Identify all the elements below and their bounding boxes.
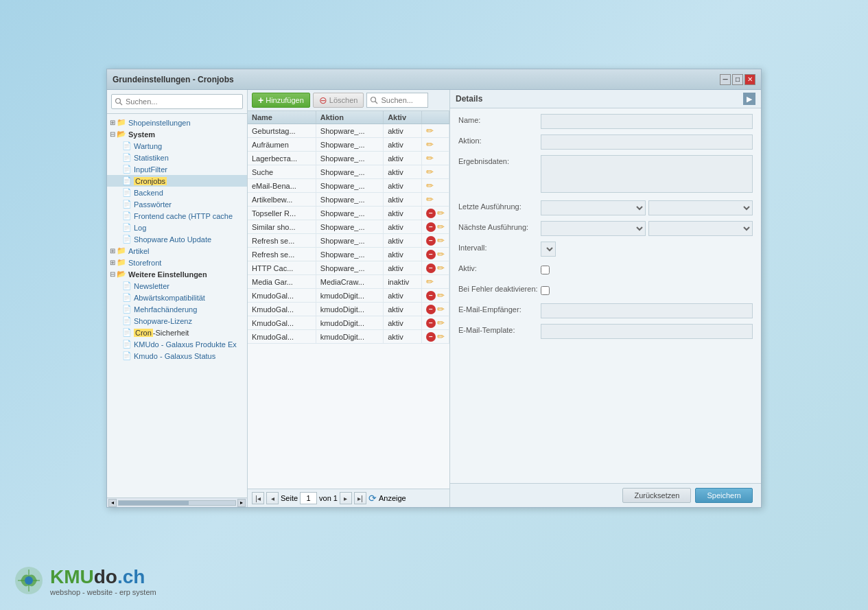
table-row[interactable]: Topseller R...Shopware_...aktiv−✏ (248, 207, 449, 220)
table-row[interactable]: KmudoGal...kmudoDigit...aktiv−✏ (248, 289, 449, 303)
close-button[interactable]: ✕ (744, 74, 755, 85)
name-input[interactable] (541, 114, 753, 129)
sidebar-item-shopeinstellungen[interactable]: ⊞ 📁 Shopeinstellungen (107, 117, 247, 128)
email-empfaenger-input[interactable] (541, 303, 753, 318)
sidebar-item-frontend-cache[interactable]: 📄 Frontend cache (HTTP cache (107, 210, 247, 222)
center-search-input[interactable] (366, 93, 428, 108)
horizontal-scrollbar[interactable]: ◂ ▸ (107, 497, 247, 507)
sidebar-item-system[interactable]: ⊟ 📂 System (107, 128, 247, 140)
delete-row-icon[interactable]: − (426, 291, 436, 301)
delete-row-icon[interactable]: − (426, 332, 436, 342)
delete-row-icon[interactable]: − (426, 263, 436, 273)
delete-button[interactable]: ⊖ Löschen (313, 93, 364, 108)
letzte-ausfuehrung-select2[interactable] (648, 200, 753, 215)
table-row[interactable]: Lagerbeста...Shopware_...aktiv✏ (248, 152, 449, 165)
email-template-input[interactable] (541, 324, 753, 339)
edit-row-icon[interactable]: ✏ (437, 222, 445, 232)
sidebar-item-cron-sicherheit[interactable]: 📄 Cron-Sicherheit (107, 327, 247, 338)
table-row[interactable]: Similar sho...Shopware_...aktiv−✏ (248, 220, 449, 234)
delete-row-icon[interactable]: − (426, 209, 436, 218)
sidebar-search-input[interactable] (111, 94, 243, 109)
sidebar-item-shopware-auto-update[interactable]: 📄 Shopware Auto Update (107, 233, 247, 245)
table-row[interactable]: Refresh se...Shopware_...aktiv−✏ (248, 248, 449, 261)
sidebar-item-passwoerter[interactable]: 📄 Passwörter (107, 198, 247, 210)
page-first-button[interactable]: |◂ (252, 492, 264, 504)
edit-row-icon[interactable]: ✏ (437, 208, 445, 218)
scroll-track[interactable] (118, 500, 236, 506)
col-name[interactable]: Name (248, 111, 316, 124)
sidebar-item-weitere-einstellungen[interactable]: ⊟ 📂 Weitere Einstellungen (107, 268, 247, 280)
cell-aktiv: aktiv (384, 220, 422, 234)
reset-button[interactable]: Zurücksetzen (622, 488, 691, 503)
delete-row-icon[interactable]: − (426, 222, 436, 232)
sidebar-item-statistiken[interactable]: 📄 Statistiken (107, 152, 247, 163)
table-row[interactable]: AufräumenShopware_...aktiv✏ (248, 138, 449, 152)
edit-row-icon[interactable]: ✏ (437, 290, 445, 301)
edit-row-icon[interactable]: ✏ (426, 126, 434, 136)
pagination: |◂ ◂ Seite von 1 ▸ ▸| ⟳ Anzeige (248, 489, 449, 507)
naechste-ausfuehrung-select2[interactable] (648, 221, 753, 236)
edit-row-icon[interactable]: ✏ (426, 180, 434, 191)
edit-row-icon[interactable]: ✏ (426, 139, 434, 150)
col-aktiv[interactable]: Aktiv (384, 111, 422, 124)
scroll-right-arrow[interactable]: ▸ (237, 499, 246, 507)
table-row[interactable]: KmudoGal...kmudoDigit...aktiv−✏ (248, 316, 449, 330)
edit-row-icon[interactable]: ✏ (426, 153, 434, 163)
table-row[interactable]: Geburtstag...Shopware_...aktiv✏ (248, 124, 449, 138)
edit-row-icon[interactable]: ✏ (437, 263, 445, 273)
table-row[interactable]: KmudoGal...kmudoDigit...aktiv−✏ (248, 330, 449, 344)
aktion-input[interactable] (541, 134, 753, 150)
naechste-ausfuehrung-select1[interactable] (541, 221, 646, 236)
sidebar-item-shopware-lizenz[interactable]: 📄 Shopware-Lizenz (107, 315, 247, 327)
delete-row-icon[interactable]: − (426, 318, 436, 328)
sidebar-item-backend[interactable]: 📄 Backend (107, 187, 247, 198)
edit-row-icon[interactable]: ✏ (437, 249, 445, 259)
table-row[interactable]: eMail-Bena...Shopware_...aktiv✏ (248, 179, 449, 193)
ergebnisdaten-textarea[interactable] (541, 155, 753, 193)
edit-row-icon[interactable]: ✏ (426, 277, 434, 287)
edit-row-icon[interactable]: ✏ (437, 318, 445, 328)
table-row[interactable]: HTTP Cac...Shopware_...aktiv−✏ (248, 261, 449, 275)
sidebar-item-log[interactable]: 📄 Log (107, 222, 247, 233)
sidebar-item-kmudo-galaxus-status[interactable]: 📄 Kmudo - Galaxus Status (107, 350, 247, 362)
delete-row-icon[interactable]: − (426, 236, 436, 246)
table-row[interactable]: Artikelbew...Shopware_...aktiv✏ (248, 193, 449, 207)
sidebar-item-wartung[interactable]: 📄 Wartung (107, 140, 247, 152)
page-last-button[interactable]: ▸| (354, 492, 366, 504)
maximize-button[interactable]: □ (732, 74, 743, 85)
sidebar-item-newsletter[interactable]: 📄 Newsletter (107, 280, 247, 292)
col-aktion[interactable]: Aktion (316, 111, 383, 124)
sidebar-item-mehrfachaenderung[interactable]: 📄 Mehrfachänderung (107, 303, 247, 315)
add-button[interactable]: + Hinzufügen (252, 93, 310, 108)
page-next-button[interactable]: ▸ (340, 492, 352, 504)
cell-aktiv: aktiv (384, 179, 422, 193)
edit-row-icon[interactable]: ✏ (437, 235, 445, 246)
letzte-ausfuehrung-select1[interactable] (541, 200, 646, 215)
edit-row-icon[interactable]: ✏ (437, 331, 445, 342)
sidebar-item-cronjobs[interactable]: 📄 Cronjobs (107, 175, 247, 187)
details-expand-button[interactable]: ▶ (743, 93, 755, 105)
sidebar-item-storefront[interactable]: ⊞ 📁 Storefront (107, 257, 247, 268)
sidebar-item-kmudo-galaxus-produkte[interactable]: 📄 KMUdo - Galaxus Produkte Ex (107, 338, 247, 350)
sidebar-item-inputfilter[interactable]: 📄 InputFilter (107, 163, 247, 175)
save-button[interactable]: Speichern (695, 488, 753, 503)
table-row[interactable]: SucheShopware_...aktiv✏ (248, 165, 449, 179)
table-row[interactable]: Media Gar...MediaCraw...inaktiv✏ (248, 275, 449, 289)
minimize-button[interactable]: ─ (720, 74, 731, 85)
scroll-left-arrow[interactable]: ◂ (108, 499, 117, 507)
delete-row-icon[interactable]: − (426, 305, 436, 314)
page-prev-button[interactable]: ◂ (266, 492, 279, 504)
edit-row-icon[interactable]: ✏ (437, 304, 445, 314)
edit-row-icon[interactable]: ✏ (426, 194, 434, 204)
edit-row-icon[interactable]: ✏ (426, 167, 434, 177)
intervall-select[interactable] (541, 242, 556, 257)
sidebar-item-abwaertskompatibilitaet[interactable]: 📄 Abwärtskompatibilität (107, 292, 247, 303)
aktiv-checkbox[interactable] (541, 266, 550, 274)
refresh-icon[interactable]: ⟳ (368, 493, 377, 504)
page-number-input[interactable] (300, 492, 317, 504)
sidebar-item-artikel[interactable]: ⊞ 📁 Artikel (107, 245, 247, 257)
table-row[interactable]: KmudoGal...kmudoDigit...aktiv−✏ (248, 303, 449, 316)
bei-fehler-checkbox[interactable] (541, 286, 550, 295)
table-row[interactable]: Refresh se...Shopware_...aktiv−✏ (248, 234, 449, 248)
delete-row-icon[interactable]: − (426, 250, 436, 259)
